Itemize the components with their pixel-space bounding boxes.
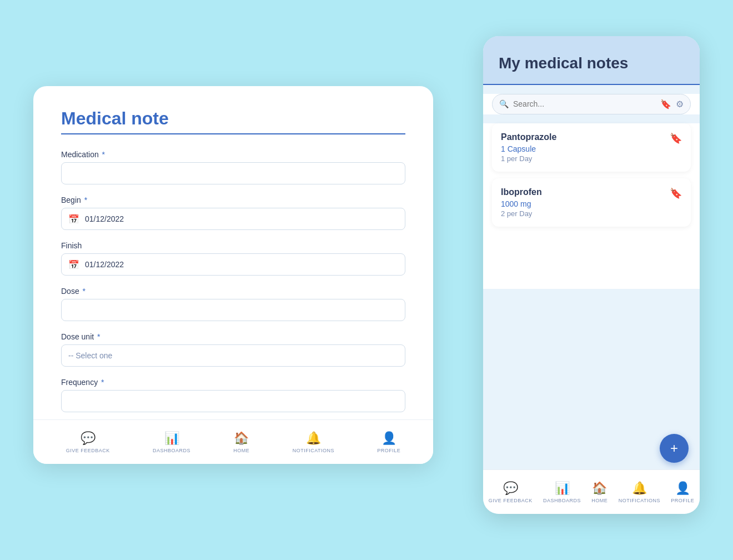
notes-nav-give-feedback[interactable]: 💬 GIVE FEEDBACK xyxy=(489,481,533,503)
bottom-nav: 💬 GIVE FEEDBACK 📊 DASHBOARDS 🏠 HOME 🔔 NO… xyxy=(33,419,433,464)
medication-group: Medication * xyxy=(61,150,405,184)
notes-nav-profile[interactable]: 👤 PROFILE xyxy=(671,481,694,503)
home-icon: 🏠 xyxy=(234,431,249,446)
med-name-iboprofen: Iboprofen xyxy=(501,187,542,197)
notes-home-label: HOME xyxy=(591,498,608,503)
notifications-label: NOTIFICATIONS xyxy=(293,448,334,453)
feedback-icon: 💬 xyxy=(81,431,96,446)
frequency-group: Frequency * xyxy=(61,378,405,412)
medication-label: Medication * xyxy=(61,150,405,159)
begin-group: Begin * 📅 01/12/2022 xyxy=(61,196,405,230)
notes-notifications-label: NotifICATIONS xyxy=(619,498,660,503)
finish-date-value: 01/12/2022 xyxy=(85,260,124,269)
med-info-pantoprazole: Pantoprazole 1 Capsule 1 per Day xyxy=(501,132,556,163)
med-dose-pantoprazole: 1 Capsule xyxy=(501,144,556,153)
med-freq-iboprofen: 2 per Day xyxy=(501,209,542,218)
nav-give-feedback[interactable]: 💬 GIVE FEEDBACK xyxy=(66,431,110,453)
notes-header: My medical notes xyxy=(483,36,700,85)
notes-home-icon: 🏠 xyxy=(592,481,607,496)
notes-bottom-nav: 💬 GIVE FEEDBACK 📊 DASHBOARDS 🏠 HOME 🔔 No… xyxy=(483,469,700,514)
dose-unit-select[interactable]: -- Select one xyxy=(61,344,405,367)
home-label: HOME xyxy=(233,448,249,453)
frequency-label: Frequency * xyxy=(61,378,405,387)
bookmark-pantoprazole[interactable]: 🔖 xyxy=(670,132,682,144)
dashboards-label: DASHBOARDS xyxy=(153,448,190,453)
begin-date-wrapper[interactable]: 📅 01/12/2022 xyxy=(61,208,405,230)
profile-label: PROFILE xyxy=(377,448,400,453)
dose-label: Dose * xyxy=(61,287,405,296)
medication-input[interactable] xyxy=(61,162,405,184)
medical-note-title: Medical note xyxy=(61,108,405,129)
dose-unit-group: Dose unit * -- Select one xyxy=(61,332,405,367)
med-card-pantoprazole: Pantoprazole 1 Capsule 1 per Day 🔖 xyxy=(492,123,691,172)
nav-notifications[interactable]: 🔔 NOTIFICATIONS xyxy=(293,431,334,453)
nav-home[interactable]: 🏠 HOME xyxy=(233,431,249,453)
bookmark-search-btn[interactable]: 🔖 xyxy=(660,99,671,109)
notes-nav-home[interactable]: 🏠 HOME xyxy=(591,481,608,503)
begin-date-value: 01/12/2022 xyxy=(85,214,124,223)
med-freq-pantoprazole: 1 per Day xyxy=(501,154,556,163)
notes-feedback-label: GIVE FEEDBACK xyxy=(489,498,533,503)
notes-feedback-icon: 💬 xyxy=(503,481,518,496)
notes-nav-dashboards[interactable]: 📊 DASHBOARDS xyxy=(543,481,581,503)
dose-group: Dose * xyxy=(61,287,405,321)
med-card-iboprofen: Iboprofen 1000 mg 2 per Day 🔖 xyxy=(492,178,691,227)
finish-group: Finish 📅 01/12/2022 xyxy=(61,241,405,276)
notifications-icon: 🔔 xyxy=(306,431,321,446)
calendar-icon: 📅 xyxy=(68,214,79,224)
fab-add-button[interactable]: + xyxy=(660,434,689,463)
dose-input[interactable] xyxy=(61,299,405,321)
search-icon: 🔍 xyxy=(499,99,509,108)
bookmark-iboprofen[interactable]: 🔖 xyxy=(670,187,682,199)
feedback-label: GIVE FEEDBACK xyxy=(66,448,110,453)
profile-icon: 👤 xyxy=(381,431,396,446)
search-bar[interactable]: 🔍 🔖 ⚙ xyxy=(492,94,691,114)
dose-unit-label: Dose unit * xyxy=(61,332,405,341)
calendar-icon-finish: 📅 xyxy=(68,259,79,270)
finish-date-wrapper[interactable]: 📅 01/12/2022 xyxy=(61,253,405,276)
title-underline xyxy=(61,133,405,134)
med-name-pantoprazole: Pantoprazole xyxy=(501,132,556,142)
notes-profile-icon: 👤 xyxy=(675,481,690,496)
finish-label: Finish xyxy=(61,241,405,250)
begin-label: Begin * xyxy=(61,196,405,204)
medical-note-card: Medical note Medication * Begin * 📅 01/1… xyxy=(33,86,433,464)
search-input[interactable] xyxy=(513,99,656,108)
notes-dashboards-icon: 📊 xyxy=(555,481,570,496)
filter-btn[interactable]: ⚙ xyxy=(676,99,684,109)
notes-dashboards-label: DASHBOARDS xyxy=(543,498,581,503)
medication-list: Pantoprazole 1 Capsule 1 per Day 🔖 Ibopr… xyxy=(483,123,700,289)
fab-plus-icon: + xyxy=(670,442,678,455)
nav-dashboards[interactable]: 📊 DASHBOARDS xyxy=(153,431,190,453)
med-info-iboprofen: Iboprofen 1000 mg 2 per Day xyxy=(501,187,542,218)
nav-profile[interactable]: 👤 PROFILE xyxy=(377,431,400,453)
search-actions: 🔖 ⚙ xyxy=(660,99,684,109)
notes-nav-notifications[interactable]: 🔔 NotifICATIONS xyxy=(619,481,660,503)
medical-notes-card: My medical notes 🔍 🔖 ⚙ Pantoprazole 1 Ca… xyxy=(483,36,700,514)
med-dose-iboprofen: 1000 mg xyxy=(501,199,542,208)
notes-profile-label: PROFILE xyxy=(671,498,694,503)
notes-notifications-icon: 🔔 xyxy=(632,481,647,496)
frequency-input[interactable] xyxy=(61,390,405,412)
dashboards-icon: 📊 xyxy=(164,431,179,446)
notes-card-title: My medical notes xyxy=(499,54,684,73)
